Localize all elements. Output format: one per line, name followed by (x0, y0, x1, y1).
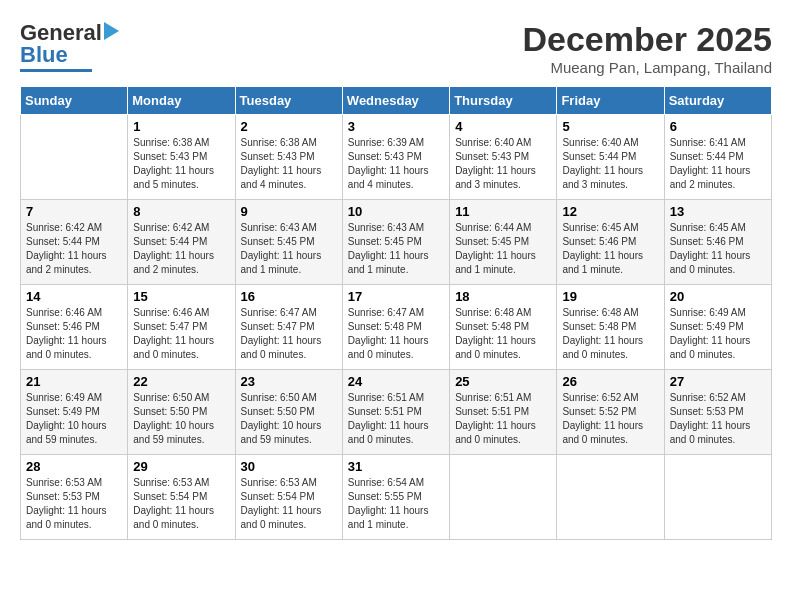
calendar-cell: 22Sunrise: 6:50 AMSunset: 5:50 PMDayligh… (128, 370, 235, 455)
day-number: 14 (26, 289, 122, 304)
calendar-cell: 9Sunrise: 6:43 AMSunset: 5:45 PMDaylight… (235, 200, 342, 285)
calendar-cell: 26Sunrise: 6:52 AMSunset: 5:52 PMDayligh… (557, 370, 664, 455)
day-info: Sunrise: 6:51 AMSunset: 5:51 PMDaylight:… (455, 391, 551, 447)
day-number: 12 (562, 204, 658, 219)
day-info: Sunrise: 6:38 AMSunset: 5:43 PMDaylight:… (241, 136, 337, 192)
day-number: 29 (133, 459, 229, 474)
day-number: 23 (241, 374, 337, 389)
day-number: 4 (455, 119, 551, 134)
day-info: Sunrise: 6:50 AMSunset: 5:50 PMDaylight:… (133, 391, 229, 447)
calendar-cell: 3Sunrise: 6:39 AMSunset: 5:43 PMDaylight… (342, 115, 449, 200)
calendar-cell: 29Sunrise: 6:53 AMSunset: 5:54 PMDayligh… (128, 455, 235, 540)
calendar-header-row: SundayMondayTuesdayWednesdayThursdayFrid… (21, 87, 772, 115)
day-info: Sunrise: 6:52 AMSunset: 5:52 PMDaylight:… (562, 391, 658, 447)
day-info: Sunrise: 6:53 AMSunset: 5:54 PMDaylight:… (241, 476, 337, 532)
day-number: 17 (348, 289, 444, 304)
day-info: Sunrise: 6:47 AMSunset: 5:47 PMDaylight:… (241, 306, 337, 362)
calendar-cell: 10Sunrise: 6:43 AMSunset: 5:45 PMDayligh… (342, 200, 449, 285)
day-info: Sunrise: 6:53 AMSunset: 5:53 PMDaylight:… (26, 476, 122, 532)
calendar-cell: 18Sunrise: 6:48 AMSunset: 5:48 PMDayligh… (450, 285, 557, 370)
weekday-header-tuesday: Tuesday (235, 87, 342, 115)
weekday-header-sunday: Sunday (21, 87, 128, 115)
day-number: 6 (670, 119, 766, 134)
logo-text-general: General (20, 20, 102, 46)
day-number: 10 (348, 204, 444, 219)
logo-underline (20, 69, 92, 72)
day-info: Sunrise: 6:50 AMSunset: 5:50 PMDaylight:… (241, 391, 337, 447)
calendar-cell: 21Sunrise: 6:49 AMSunset: 5:49 PMDayligh… (21, 370, 128, 455)
day-number: 15 (133, 289, 229, 304)
day-number: 8 (133, 204, 229, 219)
day-info: Sunrise: 6:42 AMSunset: 5:44 PMDaylight:… (133, 221, 229, 277)
calendar-cell: 20Sunrise: 6:49 AMSunset: 5:49 PMDayligh… (664, 285, 771, 370)
calendar-cell (664, 455, 771, 540)
day-number: 5 (562, 119, 658, 134)
day-number: 25 (455, 374, 551, 389)
day-info: Sunrise: 6:48 AMSunset: 5:48 PMDaylight:… (562, 306, 658, 362)
day-info: Sunrise: 6:39 AMSunset: 5:43 PMDaylight:… (348, 136, 444, 192)
calendar-cell: 16Sunrise: 6:47 AMSunset: 5:47 PMDayligh… (235, 285, 342, 370)
day-info: Sunrise: 6:41 AMSunset: 5:44 PMDaylight:… (670, 136, 766, 192)
day-info: Sunrise: 6:46 AMSunset: 5:47 PMDaylight:… (133, 306, 229, 362)
calendar-cell: 11Sunrise: 6:44 AMSunset: 5:45 PMDayligh… (450, 200, 557, 285)
day-number: 26 (562, 374, 658, 389)
weekday-header-monday: Monday (128, 87, 235, 115)
day-info: Sunrise: 6:44 AMSunset: 5:45 PMDaylight:… (455, 221, 551, 277)
calendar-cell: 30Sunrise: 6:53 AMSunset: 5:54 PMDayligh… (235, 455, 342, 540)
day-number: 30 (241, 459, 337, 474)
day-info: Sunrise: 6:49 AMSunset: 5:49 PMDaylight:… (26, 391, 122, 447)
day-info: Sunrise: 6:46 AMSunset: 5:46 PMDaylight:… (26, 306, 122, 362)
day-info: Sunrise: 6:45 AMSunset: 5:46 PMDaylight:… (670, 221, 766, 277)
calendar-cell: 19Sunrise: 6:48 AMSunset: 5:48 PMDayligh… (557, 285, 664, 370)
location-title: Mueang Pan, Lampang, Thailand (522, 59, 772, 76)
day-info: Sunrise: 6:53 AMSunset: 5:54 PMDaylight:… (133, 476, 229, 532)
calendar-cell: 13Sunrise: 6:45 AMSunset: 5:46 PMDayligh… (664, 200, 771, 285)
day-info: Sunrise: 6:49 AMSunset: 5:49 PMDaylight:… (670, 306, 766, 362)
day-info: Sunrise: 6:48 AMSunset: 5:48 PMDaylight:… (455, 306, 551, 362)
month-title: December 2025 (522, 20, 772, 59)
day-number: 7 (26, 204, 122, 219)
calendar-cell (450, 455, 557, 540)
day-info: Sunrise: 6:43 AMSunset: 5:45 PMDaylight:… (241, 221, 337, 277)
calendar-cell: 12Sunrise: 6:45 AMSunset: 5:46 PMDayligh… (557, 200, 664, 285)
day-number: 11 (455, 204, 551, 219)
day-info: Sunrise: 6:45 AMSunset: 5:46 PMDaylight:… (562, 221, 658, 277)
day-number: 31 (348, 459, 444, 474)
calendar-cell: 2Sunrise: 6:38 AMSunset: 5:43 PMDaylight… (235, 115, 342, 200)
day-info: Sunrise: 6:52 AMSunset: 5:53 PMDaylight:… (670, 391, 766, 447)
day-info: Sunrise: 6:47 AMSunset: 5:48 PMDaylight:… (348, 306, 444, 362)
day-number: 13 (670, 204, 766, 219)
calendar-cell: 17Sunrise: 6:47 AMSunset: 5:48 PMDayligh… (342, 285, 449, 370)
day-number: 24 (348, 374, 444, 389)
day-number: 2 (241, 119, 337, 134)
calendar-week-row: 28Sunrise: 6:53 AMSunset: 5:53 PMDayligh… (21, 455, 772, 540)
calendar-week-row: 21Sunrise: 6:49 AMSunset: 5:49 PMDayligh… (21, 370, 772, 455)
day-number: 28 (26, 459, 122, 474)
calendar-cell: 6Sunrise: 6:41 AMSunset: 5:44 PMDaylight… (664, 115, 771, 200)
calendar-week-row: 7Sunrise: 6:42 AMSunset: 5:44 PMDaylight… (21, 200, 772, 285)
day-number: 3 (348, 119, 444, 134)
day-info: Sunrise: 6:40 AMSunset: 5:44 PMDaylight:… (562, 136, 658, 192)
calendar-cell: 14Sunrise: 6:46 AMSunset: 5:46 PMDayligh… (21, 285, 128, 370)
calendar-cell: 23Sunrise: 6:50 AMSunset: 5:50 PMDayligh… (235, 370, 342, 455)
day-number: 27 (670, 374, 766, 389)
calendar-cell: 24Sunrise: 6:51 AMSunset: 5:51 PMDayligh… (342, 370, 449, 455)
calendar-cell (21, 115, 128, 200)
logo: General Blue (20, 20, 119, 72)
day-info: Sunrise: 6:54 AMSunset: 5:55 PMDaylight:… (348, 476, 444, 532)
weekday-header-thursday: Thursday (450, 87, 557, 115)
calendar-table: SundayMondayTuesdayWednesdayThursdayFrid… (20, 86, 772, 540)
calendar-cell: 28Sunrise: 6:53 AMSunset: 5:53 PMDayligh… (21, 455, 128, 540)
calendar-week-row: 1Sunrise: 6:38 AMSunset: 5:43 PMDaylight… (21, 115, 772, 200)
weekday-header-saturday: Saturday (664, 87, 771, 115)
weekday-header-friday: Friday (557, 87, 664, 115)
calendar-cell: 5Sunrise: 6:40 AMSunset: 5:44 PMDaylight… (557, 115, 664, 200)
day-number: 9 (241, 204, 337, 219)
day-number: 16 (241, 289, 337, 304)
logo-arrow-icon (104, 22, 119, 40)
calendar-cell: 1Sunrise: 6:38 AMSunset: 5:43 PMDaylight… (128, 115, 235, 200)
weekday-header-wednesday: Wednesday (342, 87, 449, 115)
day-number: 22 (133, 374, 229, 389)
day-number: 21 (26, 374, 122, 389)
calendar-cell: 27Sunrise: 6:52 AMSunset: 5:53 PMDayligh… (664, 370, 771, 455)
